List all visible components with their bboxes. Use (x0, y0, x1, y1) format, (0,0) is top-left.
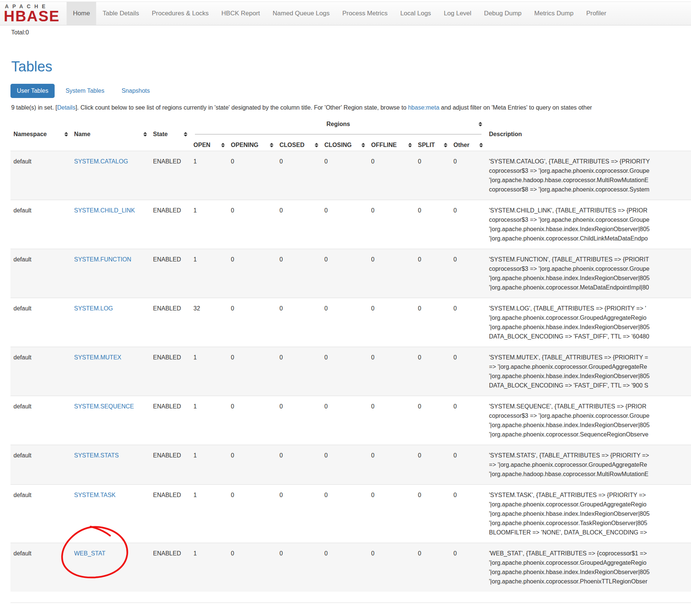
region-column-header-split[interactable]: SPLIT (415, 140, 450, 151)
nav-item-profiler[interactable]: Profiler (580, 2, 613, 25)
region-count-other[interactable]: 0 (450, 347, 486, 396)
sort-icon[interactable] (361, 143, 365, 147)
table-name-link[interactable]: WEB_STAT (74, 550, 106, 557)
region-count-closed[interactable]: 0 (276, 249, 321, 298)
region-count-closing[interactable]: 0 (321, 396, 368, 445)
region-count-closing[interactable]: 0 (321, 298, 368, 347)
nav-item-procedures-locks[interactable]: Procedures & Locks (146, 2, 215, 25)
region-column-header-closed[interactable]: CLOSED (276, 140, 321, 151)
region-count-offline[interactable]: 0 (368, 445, 415, 484)
region-count-open[interactable]: 32 (190, 298, 228, 347)
region-column-header-closing[interactable]: CLOSING (321, 140, 368, 151)
region-count-opening[interactable]: 0 (228, 249, 276, 298)
region-count-opening[interactable]: 0 (228, 396, 276, 445)
region-column-header-offline[interactable]: OFFLINE (368, 140, 415, 151)
region-count-other[interactable]: 0 (450, 298, 486, 347)
region-count-offline[interactable]: 0 (368, 151, 415, 200)
region-count-split[interactable]: 0 (415, 484, 450, 543)
region-count-other[interactable]: 0 (450, 200, 486, 249)
table-name-link[interactable]: SYSTEM.FUNCTION (74, 256, 131, 263)
nav-item-log-level[interactable]: Log Level (437, 2, 478, 25)
region-count-open[interactable]: 1 (190, 445, 228, 484)
table-name-link[interactable]: SYSTEM.CHILD_LINK (74, 207, 135, 214)
region-count-closing[interactable]: 0 (321, 151, 368, 200)
region-count-offline[interactable]: 0 (368, 249, 415, 298)
region-count-opening[interactable]: 0 (228, 151, 276, 200)
tab-snapshots[interactable]: Snapshots (115, 84, 156, 98)
region-column-header-opening[interactable]: OPENING (228, 140, 276, 151)
region-count-split[interactable]: 0 (415, 347, 450, 396)
sort-icon[interactable] (270, 143, 273, 147)
region-count-split[interactable]: 0 (415, 151, 450, 200)
region-count-opening[interactable]: 0 (228, 298, 276, 347)
nav-item-home[interactable]: Home (67, 2, 96, 25)
nav-item-metrics-dump[interactable]: Metrics Dump (528, 2, 580, 25)
region-count-opening[interactable]: 0 (228, 200, 276, 249)
region-count-closed[interactable]: 0 (276, 396, 321, 445)
column-header-name[interactable]: Name (71, 129, 150, 140)
column-header-namespace[interactable]: Namespace (10, 129, 71, 140)
region-count-open[interactable]: 1 (190, 249, 228, 298)
region-count-split[interactable]: 0 (415, 200, 450, 249)
region-count-opening[interactable]: 0 (228, 543, 276, 592)
region-count-opening[interactable]: 0 (228, 484, 276, 543)
tab-system-tables[interactable]: System Tables (59, 84, 111, 98)
region-count-other[interactable]: 0 (450, 484, 486, 543)
region-count-offline[interactable]: 0 (368, 347, 415, 396)
nav-item-named-queue-logs[interactable]: Named Queue Logs (266, 2, 336, 25)
sort-icon[interactable] (444, 143, 447, 147)
region-count-split[interactable]: 0 (415, 445, 450, 484)
region-count-closed[interactable]: 0 (276, 484, 321, 543)
region-count-closed[interactable]: 0 (276, 200, 321, 249)
sort-icon[interactable] (315, 143, 318, 147)
sort-icon[interactable] (184, 132, 187, 137)
sort-icon[interactable] (479, 143, 483, 147)
table-name-link[interactable]: SYSTEM.MUTEX (74, 354, 121, 361)
region-count-open[interactable]: 1 (190, 396, 228, 445)
region-count-open[interactable]: 1 (190, 347, 228, 396)
region-count-opening[interactable]: 0 (228, 445, 276, 484)
region-count-open[interactable]: 1 (190, 484, 228, 543)
region-count-open[interactable]: 1 (190, 543, 228, 592)
region-count-split[interactable]: 0 (415, 396, 450, 445)
region-count-open[interactable]: 1 (190, 151, 228, 200)
table-name-link[interactable]: SYSTEM.LOG (74, 305, 113, 312)
region-count-closed[interactable]: 0 (276, 543, 321, 592)
details-link[interactable]: Details (57, 104, 76, 111)
region-column-header-open[interactable]: OPEN (190, 140, 228, 151)
region-count-offline[interactable]: 0 (368, 484, 415, 543)
region-count-split[interactable]: 0 (415, 543, 450, 592)
tab-user-tables[interactable]: User Tables (10, 84, 55, 98)
region-count-opening[interactable]: 0 (228, 347, 276, 396)
table-name-link[interactable]: SYSTEM.TASK (74, 492, 116, 498)
nav-item-local-logs[interactable]: Local Logs (394, 2, 437, 25)
region-count-other[interactable]: 0 (450, 445, 486, 484)
region-count-open[interactable]: 1 (190, 200, 228, 249)
region-column-header-other[interactable]: Other (450, 140, 486, 151)
region-count-closing[interactable]: 0 (321, 543, 368, 592)
sort-icon[interactable] (221, 143, 225, 147)
nav-item-table-details[interactable]: Table Details (96, 2, 145, 25)
region-count-offline[interactable]: 0 (368, 543, 415, 592)
region-count-other[interactable]: 0 (450, 396, 486, 445)
nav-item-hbck-report[interactable]: HBCK Report (215, 2, 266, 25)
region-count-other[interactable]: 0 (450, 543, 486, 592)
region-count-other[interactable]: 0 (450, 151, 486, 200)
table-name-link[interactable]: SYSTEM.STATS (74, 452, 119, 459)
region-count-other[interactable]: 0 (450, 249, 486, 298)
region-count-split[interactable]: 0 (415, 249, 450, 298)
region-count-closing[interactable]: 0 (321, 347, 368, 396)
sort-icon[interactable] (478, 122, 482, 126)
region-count-closed[interactable]: 0 (276, 298, 321, 347)
region-count-closing[interactable]: 0 (321, 484, 368, 543)
region-count-closing[interactable]: 0 (321, 445, 368, 484)
region-count-closing[interactable]: 0 (321, 249, 368, 298)
nav-item-process-metrics[interactable]: Process Metrics (336, 2, 394, 25)
region-count-closed[interactable]: 0 (276, 347, 321, 396)
region-count-closed[interactable]: 0 (276, 151, 321, 200)
sort-icon[interactable] (64, 132, 68, 137)
region-count-closing[interactable]: 0 (321, 200, 368, 249)
sort-icon[interactable] (143, 132, 147, 137)
region-count-offline[interactable]: 0 (368, 396, 415, 445)
table-name-link[interactable]: SYSTEM.SEQUENCE (74, 403, 134, 410)
